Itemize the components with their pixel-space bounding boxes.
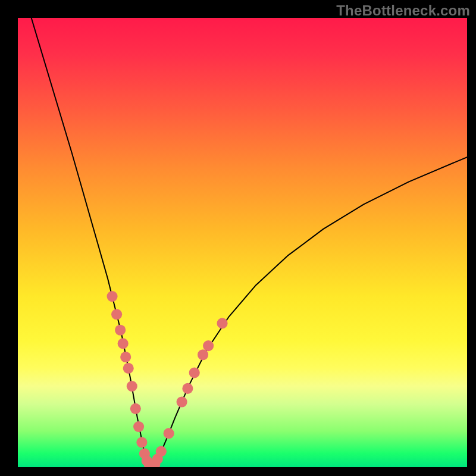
marker-dot bbox=[198, 349, 208, 360]
marker-dot bbox=[115, 325, 126, 336]
marker-dot bbox=[182, 383, 193, 394]
curve-line bbox=[32, 18, 467, 466]
marker-dot bbox=[133, 421, 144, 432]
marker-dot bbox=[136, 437, 147, 447]
plot-area bbox=[18, 18, 467, 467]
marker-dot bbox=[164, 428, 174, 439]
marker-dot bbox=[156, 446, 167, 457]
marker-dot bbox=[189, 367, 200, 378]
watermark-text: TheBottleneck.com bbox=[336, 2, 470, 19]
marker-dot bbox=[127, 381, 137, 392]
marker-dot bbox=[203, 340, 214, 351]
marker-dot bbox=[120, 352, 131, 362]
marker-dot bbox=[217, 318, 227, 328]
marker-dot bbox=[111, 309, 122, 320]
marker-dot bbox=[107, 291, 117, 302]
chart-frame: TheBottleneck.com bbox=[0, 0, 476, 476]
marker-dot bbox=[177, 396, 187, 407]
marker-dot bbox=[118, 338, 129, 349]
chart-svg bbox=[18, 18, 467, 467]
marker-dot bbox=[130, 403, 141, 414]
marker-group bbox=[107, 291, 227, 467]
marker-dot bbox=[123, 363, 134, 374]
